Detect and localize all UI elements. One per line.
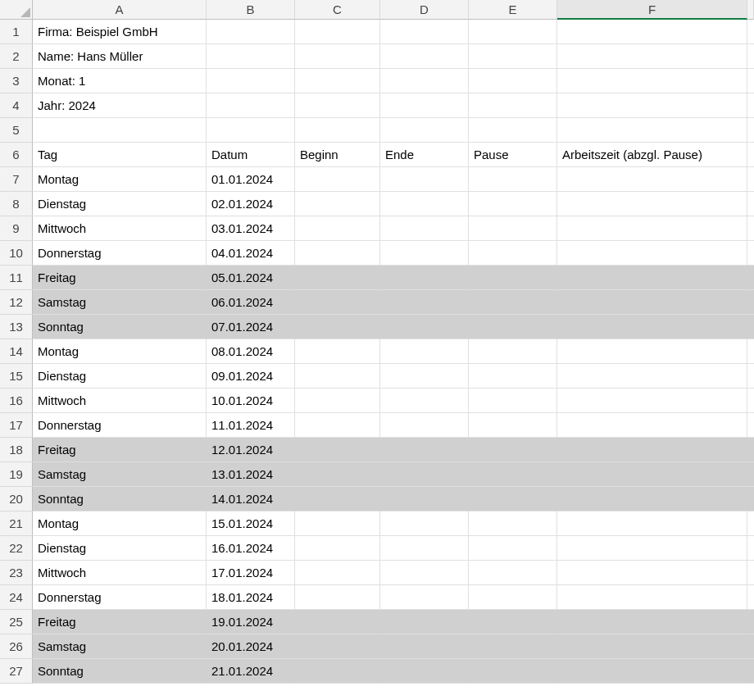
- cell-datum[interactable]: 08.01.2024: [207, 339, 295, 364]
- cell-pause[interactable]: [469, 167, 557, 192]
- cell-datum[interactable]: 16.01.2024: [207, 536, 295, 561]
- cell-datum[interactable]: 06.01.2024: [207, 290, 295, 315]
- cell-beginn[interactable]: [295, 339, 380, 364]
- cell-arbeitszeit[interactable]: [557, 118, 747, 143]
- cell-tag[interactable]: Donnerstag: [33, 585, 207, 610]
- select-all-corner[interactable]: [0, 0, 33, 20]
- cell-pause[interactable]: [469, 20, 557, 44]
- info-cell[interactable]: Monat: 1: [33, 69, 207, 93]
- cell-datum[interactable]: 21.01.2024: [207, 659, 295, 684]
- row-header-24[interactable]: 24: [0, 585, 33, 610]
- cell-ende[interactable]: [380, 610, 469, 634]
- cell-beginn[interactable]: [295, 241, 380, 266]
- cell-datum[interactable]: [207, 20, 295, 44]
- column-header-C[interactable]: C: [295, 0, 380, 20]
- cell-pause[interactable]: [469, 339, 557, 364]
- cell-pause[interactable]: [469, 561, 557, 585]
- cell-pause[interactable]: [469, 438, 557, 462]
- row-header-3[interactable]: 3: [0, 69, 33, 93]
- cell-arbeitszeit[interactable]: [557, 20, 747, 44]
- cell-datum[interactable]: 12.01.2024: [207, 438, 295, 462]
- row-header-5[interactable]: 5: [0, 118, 33, 143]
- cell-pause[interactable]: [469, 364, 557, 389]
- header-pause[interactable]: Pause: [469, 143, 557, 167]
- cell-beginn[interactable]: [295, 192, 380, 216]
- cell-ende[interactable]: [380, 69, 469, 93]
- cell-pause[interactable]: [469, 413, 557, 438]
- cell-pause[interactable]: [469, 585, 557, 610]
- cell-arbeitszeit[interactable]: [557, 315, 747, 339]
- cell-beginn[interactable]: [295, 561, 380, 585]
- cell-ende[interactable]: [380, 364, 469, 389]
- cell-arbeitszeit[interactable]: [557, 389, 747, 413]
- row-header-6[interactable]: 6: [0, 143, 33, 167]
- cell-beginn[interactable]: [295, 634, 380, 659]
- cell-arbeitszeit[interactable]: [557, 487, 747, 511]
- row-header-7[interactable]: 7: [0, 167, 33, 192]
- column-header-A[interactable]: A: [33, 0, 207, 20]
- cell-arbeitszeit[interactable]: [557, 511, 747, 536]
- cell-pause[interactable]: [469, 290, 557, 315]
- header-datum[interactable]: Datum: [207, 143, 295, 167]
- row-header-20[interactable]: 20: [0, 487, 33, 511]
- row-header-23[interactable]: 23: [0, 561, 33, 585]
- cell-ende[interactable]: [380, 167, 469, 192]
- cell-tag[interactable]: Donnerstag: [33, 241, 207, 266]
- cell-arbeitszeit[interactable]: [557, 192, 747, 216]
- cell-tag[interactable]: Mittwoch: [33, 561, 207, 585]
- header-beginn[interactable]: Beginn: [295, 143, 380, 167]
- cell-datum[interactable]: 09.01.2024: [207, 364, 295, 389]
- cell-arbeitszeit[interactable]: [557, 216, 747, 241]
- cell-datum[interactable]: 03.01.2024: [207, 216, 295, 241]
- cell-datum[interactable]: 01.01.2024: [207, 167, 295, 192]
- cell-arbeitszeit[interactable]: [557, 659, 747, 684]
- cell-pause[interactable]: [469, 511, 557, 536]
- cell-arbeitszeit[interactable]: [557, 462, 747, 487]
- info-cell[interactable]: Firma: Beispiel GmbH: [33, 20, 207, 44]
- cell-ende[interactable]: [380, 216, 469, 241]
- cell-pause[interactable]: [469, 266, 557, 290]
- row-header-13[interactable]: 13: [0, 315, 33, 339]
- cell-ende[interactable]: [380, 241, 469, 266]
- row-header-9[interactable]: 9: [0, 216, 33, 241]
- cell-beginn[interactable]: [295, 610, 380, 634]
- cell-tag[interactable]: Montag: [33, 511, 207, 536]
- cell-beginn[interactable]: [295, 389, 380, 413]
- row-header-4[interactable]: 4: [0, 93, 33, 118]
- cell-ende[interactable]: [380, 389, 469, 413]
- cell-arbeitszeit[interactable]: [557, 44, 747, 69]
- spreadsheet-grid[interactable]: ABCDEF1Firma: Beispiel GmbH2Name: Hans M…: [0, 0, 754, 684]
- cell-beginn[interactable]: [295, 44, 380, 69]
- cell-pause[interactable]: [469, 69, 557, 93]
- cell-tag[interactable]: Samstag: [33, 290, 207, 315]
- cell-beginn[interactable]: [295, 315, 380, 339]
- cell-ende[interactable]: [380, 118, 469, 143]
- cell-beginn[interactable]: [295, 20, 380, 44]
- cell-datum[interactable]: 14.01.2024: [207, 487, 295, 511]
- cell-beginn[interactable]: [295, 93, 380, 118]
- info-cell[interactable]: Jahr: 2024: [33, 93, 207, 118]
- cell-datum[interactable]: 10.01.2024: [207, 389, 295, 413]
- row-header-1[interactable]: 1: [0, 20, 33, 44]
- cell-ende[interactable]: [380, 20, 469, 44]
- cell-tag[interactable]: Dienstag: [33, 536, 207, 561]
- cell-tag[interactable]: Sonntag: [33, 659, 207, 684]
- column-header-B[interactable]: B: [207, 0, 295, 20]
- cell-datum[interactable]: 11.01.2024: [207, 413, 295, 438]
- cell-arbeitszeit[interactable]: [557, 561, 747, 585]
- row-header-27[interactable]: 27: [0, 659, 33, 684]
- cell-ende[interactable]: [380, 44, 469, 69]
- cell-tag[interactable]: Freitag: [33, 266, 207, 290]
- cell-beginn[interactable]: [295, 585, 380, 610]
- cell-arbeitszeit[interactable]: [557, 339, 747, 364]
- cell-ende[interactable]: [380, 634, 469, 659]
- cell-datum[interactable]: 15.01.2024: [207, 511, 295, 536]
- cell-ende[interactable]: [380, 511, 469, 536]
- cell-tag[interactable]: Dienstag: [33, 364, 207, 389]
- cell-arbeitszeit[interactable]: [557, 438, 747, 462]
- row-header-26[interactable]: 26: [0, 634, 33, 659]
- row-header-25[interactable]: 25: [0, 610, 33, 634]
- cell-beginn[interactable]: [295, 118, 380, 143]
- cell-ende[interactable]: [380, 290, 469, 315]
- cell-ende[interactable]: [380, 93, 469, 118]
